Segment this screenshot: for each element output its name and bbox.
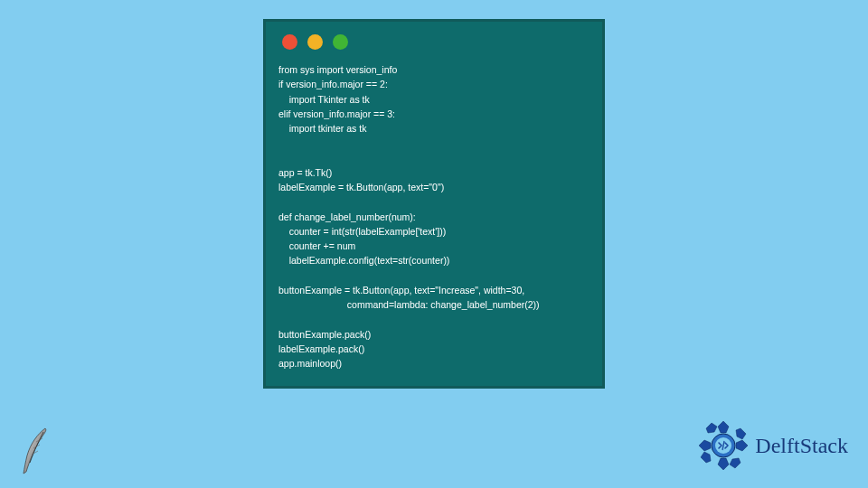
delftstack-logo-icon xyxy=(697,419,750,472)
brand-name: DelftStack xyxy=(755,434,848,458)
traffic-lights xyxy=(282,34,590,50)
maximize-icon xyxy=(333,34,348,50)
code-window: from sys import version_info if version_… xyxy=(263,19,605,389)
minimize-icon xyxy=(307,34,323,50)
code-block: from sys import version_info if version_… xyxy=(278,62,590,371)
brand-footer: DelftStack xyxy=(697,419,848,472)
close-icon xyxy=(282,34,297,50)
feather-icon xyxy=(18,427,54,477)
